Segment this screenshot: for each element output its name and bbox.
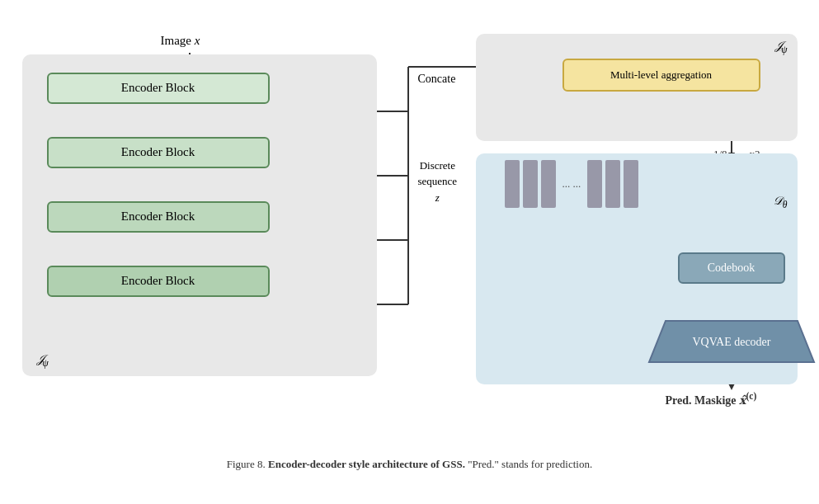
discrete-label: Discretesequencez (418, 158, 458, 206)
dtheta-label: 𝒟θ (773, 195, 788, 210)
codebook-box: Codebook (678, 252, 785, 284)
ipsi-right-label: 𝒥ψ (775, 40, 787, 55)
multi-level-label: Multi-level aggregation (610, 68, 712, 82)
feature-bar-3 (541, 160, 556, 208)
encoder-block-2-label: Encoder Block (121, 145, 195, 159)
vqvae-svg: VQVAE decoder (633, 317, 820, 366)
encoder-block-1-label: Encoder Block (121, 81, 195, 95)
feature-bar-6 (624, 160, 638, 208)
image-x-label: Image x (161, 34, 200, 48)
feature-bar-2 (523, 160, 538, 208)
concate-label: Concate (418, 73, 456, 86)
diagram-container: Image x Encoder Block 1/4 Encoder Block … (14, 30, 806, 475)
encoder-block-3: Encoder Block (47, 201, 270, 233)
figure-caption: Figure 8. Encoder-decoder style architec… (39, 458, 781, 471)
encoder-block-2: Encoder Block (47, 137, 270, 168)
feature-bar-4 (587, 160, 602, 208)
pred-label: Pred. Maskige x̂(c) (666, 391, 757, 407)
svg-marker-24 (728, 384, 735, 390)
encoder-block-3-label: Encoder Block (121, 210, 195, 224)
feature-bars: ... ... (505, 160, 639, 208)
ipsi-left-label: 𝒥ψ (37, 353, 49, 369)
feature-bar-1 (505, 160, 520, 208)
feature-bar-5 (605, 160, 620, 208)
caption-bold: Encoder-decoder style architecture of GS… (268, 458, 465, 470)
dots: ... ... (562, 177, 581, 191)
encoder-block-4-label: Encoder Block (121, 274, 195, 288)
codebook-label: Codebook (708, 261, 755, 275)
encoder-block-1: Encoder Block (47, 73, 270, 104)
svg-text:VQVAE decoder: VQVAE decoder (692, 336, 770, 348)
multi-level-aggregation-box: Multi-level aggregation (562, 59, 760, 92)
encoder-block-4: Encoder Block (47, 266, 270, 297)
